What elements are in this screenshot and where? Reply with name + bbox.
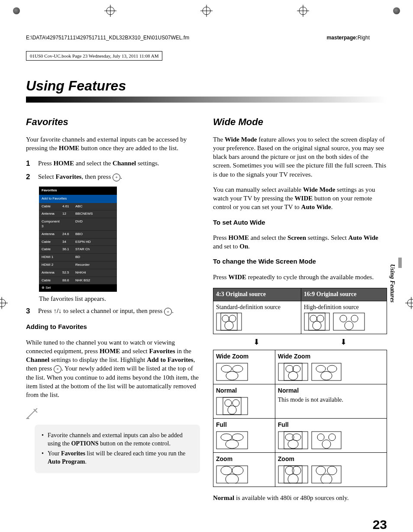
screen-icon <box>216 363 248 381</box>
adding-paragraph: While tuned to the channel you want to w… <box>26 338 200 400</box>
home-label: HOME <box>59 145 80 152</box>
change-mode-text: Press WIDE repeatedly to cycle through t… <box>213 273 387 281</box>
text: Press <box>213 274 228 281</box>
side-index-bar <box>398 258 402 268</box>
svg-point-55 <box>288 440 298 448</box>
favorites-intro: Your favorite channels and external inpu… <box>26 135 200 153</box>
screen-icon <box>278 465 308 484</box>
crop-mark-icon <box>0 297 8 309</box>
favorites-label: Favorites <box>55 173 81 180</box>
wide-button-label: WIDE <box>228 274 246 281</box>
sd-source-cell: Standard-definition source <box>213 301 301 334</box>
mode-label: Zoom <box>278 455 384 463</box>
normal-43: Normal <box>213 384 275 418</box>
screen-icon <box>278 363 308 381</box>
text: . <box>85 458 87 465</box>
add-to-favorites-label: Add to Favorites <box>147 356 194 363</box>
tip-text: Favorite channels and external inputs ca… <box>48 432 193 448</box>
svg-point-44 <box>225 400 232 406</box>
home-label: HOME <box>100 348 120 355</box>
set-auto-wide-title: To set Auto Wide <box>213 218 387 227</box>
svg-point-58 <box>329 434 336 441</box>
svg-point-41 <box>321 371 332 380</box>
svg-point-63 <box>226 474 239 484</box>
masterpage-value: Right <box>358 35 370 41</box>
svg-rect-52 <box>284 432 302 449</box>
step-body: Select Favorites, then press +. <box>38 172 200 181</box>
osd-row: HDMI 1BD <box>39 254 117 261</box>
text: and select <box>120 348 149 355</box>
text: button on the remote control. <box>98 440 170 447</box>
screen-icon <box>278 431 308 449</box>
osd-row: Antenna12BBCNEWS <box>39 210 117 218</box>
hd-source-label: High-definition source <box>304 303 384 312</box>
text: is available with 480i or 480p sources o… <box>234 494 348 501</box>
home-label: HOME <box>228 234 249 241</box>
svg-point-30 <box>221 365 232 372</box>
svg-point-39 <box>316 365 326 372</box>
screen-icon <box>216 397 248 415</box>
set-auto-wide-text: Press HOME and select the Screen setting… <box>213 233 387 251</box>
text: Your <box>48 450 61 457</box>
svg-point-70 <box>316 466 326 475</box>
tip-icon <box>26 408 200 423</box>
enter-icon: + <box>164 308 172 316</box>
channel-label: Channel <box>113 160 136 167</box>
text: repeatedly to cycle through the availabl… <box>246 274 374 281</box>
svg-rect-29 <box>216 363 248 380</box>
not-available-text: This mode is not available. <box>278 396 384 404</box>
wide-mode-source-table: 4:3 Original source 16:9 Original source… <box>213 288 387 334</box>
svg-point-71 <box>327 466 337 475</box>
screen-icon <box>311 431 342 449</box>
change-mode-title: To change the Wide Screen Mode <box>213 257 387 266</box>
svg-point-49 <box>232 434 243 441</box>
zoom-169: Zoom <box>275 452 387 487</box>
favorites-title: Favorites <box>26 116 200 129</box>
svg-rect-56 <box>312 432 341 449</box>
text: and set to <box>213 243 239 250</box>
svg-rect-20 <box>304 313 329 330</box>
text: You can manually select available <box>213 186 303 193</box>
svg-point-46 <box>228 406 236 414</box>
normal-169: Normal This mode is not available. <box>275 384 387 418</box>
svg-point-32 <box>226 371 238 380</box>
svg-point-59 <box>322 440 331 448</box>
favorites-osd: Favorites Add to Favorites Cable4.61ABCA… <box>39 187 117 292</box>
tip-box: • Favorite channels and external inputs … <box>26 408 200 473</box>
osd-row: Antenna24.6BBO <box>39 231 117 239</box>
text: Select <box>38 173 55 180</box>
enter-icon: + <box>113 174 120 181</box>
page-info-box: 01US0 Cov-UC.book Page 23 Wednesday, Jul… <box>26 51 162 61</box>
step-number: 2 <box>26 172 38 182</box>
wide-mode-title: Wide Mode <box>213 116 387 129</box>
svg-point-18 <box>229 315 236 322</box>
svg-rect-16 <box>221 313 237 330</box>
svg-rect-38 <box>312 363 341 380</box>
options-label: OPTIONS <box>71 440 98 447</box>
svg-point-57 <box>317 434 324 441</box>
svg-point-35 <box>286 365 294 372</box>
home-label: HOME <box>53 160 74 167</box>
svg-point-48 <box>221 434 232 441</box>
svg-point-36 <box>293 365 300 372</box>
normal-label: Normal <box>213 494 234 501</box>
text: and select the <box>249 234 287 241</box>
hd-source-cell: High-definition source <box>301 301 387 334</box>
wide-mode-label: Wide Mode <box>303 186 335 193</box>
favorites-label: Favorites <box>149 348 175 355</box>
screen-icon <box>216 431 248 449</box>
svg-rect-34 <box>284 363 302 380</box>
tip-bubble: • Favorite channels and external inputs … <box>35 425 200 473</box>
svg-point-23 <box>317 315 324 322</box>
top-crop-marks <box>0 0 413 22</box>
svg-point-27 <box>351 315 358 322</box>
svg-rect-33 <box>278 363 308 380</box>
svg-point-17 <box>222 315 229 322</box>
screen-icon <box>216 465 248 484</box>
text: . <box>248 243 250 250</box>
tip-item: • Favorite channels and external inputs … <box>42 432 193 448</box>
osd-row: HDMI 2Recorder <box>39 261 117 269</box>
registration-mark-icon <box>13 7 20 14</box>
svg-rect-69 <box>312 466 341 483</box>
mode-label: Normal <box>216 387 272 395</box>
